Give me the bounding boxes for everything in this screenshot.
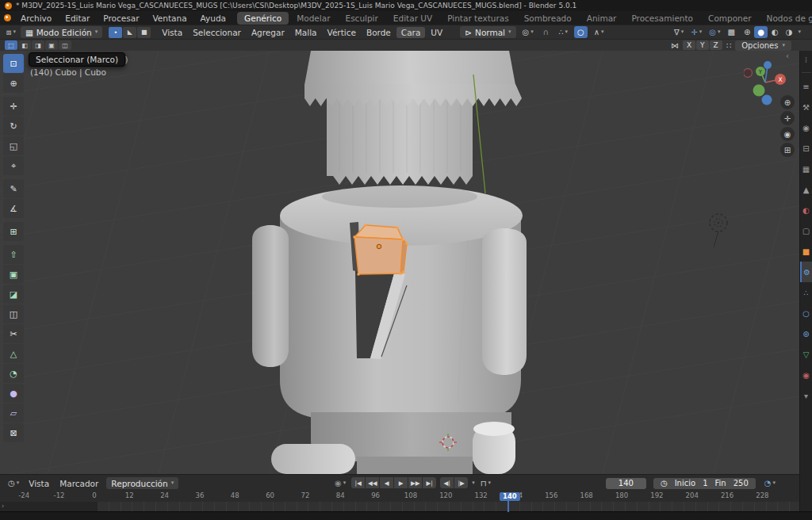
- toggle-xray-button[interactable]: ▩: [724, 26, 737, 38]
- face-select-button[interactable]: ■: [137, 27, 151, 38]
- tool-knife[interactable]: ✂: [3, 324, 24, 343]
- tool-annotate[interactable]: ✎: [3, 179, 24, 198]
- workspace-tab-modelar[interactable]: Modelar: [289, 12, 337, 25]
- falloff-dropdown[interactable]: ∧ ▾: [591, 26, 607, 38]
- zoom-button[interactable]: ⊕: [780, 95, 795, 109]
- play-button[interactable]: ▶: [394, 477, 408, 488]
- workspace-tab-nodos-geometria[interactable]: Nodos de geometría: [760, 12, 812, 25]
- pan-button[interactable]: ✛: [780, 111, 795, 125]
- tool-extrude-region[interactable]: ⇧: [3, 245, 24, 264]
- playhead-line[interactable]: [508, 501, 509, 512]
- frame-back-button[interactable]: ◀|: [440, 477, 454, 488]
- tool-move[interactable]: ✛: [3, 97, 24, 116]
- shading-wireframe-button[interactable]: ⊕: [741, 26, 753, 38]
- menu-ventana[interactable]: Ventana: [146, 13, 193, 24]
- tool-inset-faces[interactable]: ▣: [3, 265, 24, 284]
- workspace-tab-animar[interactable]: Animar: [580, 12, 624, 25]
- view-object-types-button[interactable]: ∇▾: [671, 26, 687, 38]
- region-drag-dots-icon[interactable]: ⁞: [805, 55, 808, 64]
- edge-select-button[interactable]: ◣: [123, 27, 136, 38]
- auto-keying-button[interactable]: ◉ ▾: [333, 479, 347, 488]
- menu-agregar[interactable]: Agregar: [247, 27, 289, 38]
- select-mode-intersect-button[interactable]: ◫: [59, 40, 71, 50]
- select-mode-new-button[interactable]: ⬚: [5, 40, 17, 50]
- editor-type-button[interactable]: ⧈ ▾: [5, 28, 17, 37]
- frame-forward-button[interactable]: |▶: [454, 477, 468, 488]
- jump-to-start-button[interactable]: |◀: [351, 477, 365, 488]
- mirror-x-button[interactable]: X: [683, 40, 695, 50]
- tool-scale[interactable]: ◱: [3, 136, 24, 155]
- select-mode-extend-button[interactable]: ◧: [18, 40, 31, 50]
- prev-keyframe-button[interactable]: ◀◀: [366, 477, 379, 488]
- tool-loop-cut[interactable]: ◫: [3, 304, 24, 323]
- menu-cara[interactable]: Cara: [396, 27, 426, 38]
- timeline-sync-dropdown[interactable]: ◔ ▾: [763, 479, 777, 488]
- toggle-projection-button[interactable]: ⊞: [780, 143, 795, 157]
- shading-solid-button[interactable]: ●: [754, 26, 768, 38]
- workspace-tab-componer[interactable]: Componer: [701, 12, 759, 25]
- options-dropdown[interactable]: Opciones ▾: [735, 40, 791, 51]
- properties-tab-render[interactable]: ◉: [800, 117, 812, 138]
- preview-range-button[interactable]: ⊓ ▾: [479, 479, 492, 488]
- properties-tab-particles[interactable]: ∴: [800, 282, 812, 303]
- tool-transform[interactable]: ⌖: [3, 156, 24, 175]
- tool-select-box[interactable]: ⊡: [3, 54, 24, 73]
- next-keyframe-button[interactable]: ▶▶: [408, 477, 422, 488]
- menu-procesar[interactable]: Procesar: [97, 13, 145, 24]
- end-frame-field[interactable]: 250: [733, 479, 749, 488]
- viewport-3d[interactable]: ⊡⊕✛↻◱⌖✎∡⊞⇧▣◪◫✂△◔●▱⊠ Usuario (Perspectiva…: [0, 51, 799, 474]
- properties-tab-view-layer[interactable]: ▦: [800, 159, 812, 179]
- frame-step-caret-icon[interactable]: ▾: [472, 480, 475, 486]
- snap-toggle-button[interactable]: ∩: [540, 26, 552, 38]
- timeline-menu-vista[interactable]: Vista: [24, 478, 54, 489]
- workspace-tab-esculpir[interactable]: Esculpir: [339, 12, 385, 25]
- timeline-menu-marcador[interactable]: Marcador: [55, 478, 103, 489]
- timeline-expand-icon[interactable]: ›: [2, 503, 4, 510]
- timeline-editor-type-button[interactable]: ◷ ▾: [6, 479, 21, 488]
- show-gizmo-button[interactable]: ✛▾: [688, 26, 705, 38]
- menu-malla[interactable]: Malla: [290, 27, 322, 38]
- menu-vertice[interactable]: Vértice: [323, 27, 361, 38]
- mode-dropdown[interactable]: ▦ Modo Edición ▾: [21, 26, 102, 38]
- snap-target-dropdown[interactable]: ∴ ▾: [555, 26, 571, 38]
- snap-base-icon[interactable]: ∷: [725, 41, 733, 50]
- playback-dropdown[interactable]: Reproducción ▾: [106, 477, 178, 489]
- menu-archivo[interactable]: Archivo: [14, 13, 58, 24]
- tool-spin[interactable]: ◔: [3, 364, 24, 383]
- pivot-point-dropdown[interactable]: ◎ ▾: [519, 26, 537, 38]
- mirror-y-button[interactable]: Y: [696, 40, 709, 50]
- shading-material-button[interactable]: ◐: [768, 26, 782, 38]
- tool-cursor[interactable]: ⊕: [3, 74, 24, 93]
- properties-tab-editor-type[interactable]: ≡: [800, 76, 812, 97]
- tool-measure[interactable]: ∡: [3, 199, 24, 218]
- orientation-dropdown[interactable]: ⊳ Normal ▾: [460, 26, 515, 38]
- tool-bevel[interactable]: ◪: [3, 285, 24, 304]
- properties-tab-object[interactable]: ■: [800, 241, 812, 262]
- proportional-editing-button[interactable]: ○: [574, 26, 588, 38]
- menu-seleccionar[interactable]: Seleccionar: [188, 27, 246, 38]
- blender-menu-icon[interactable]: [4, 14, 11, 21]
- menu-uv[interactable]: UV: [426, 27, 447, 38]
- tool-rotate[interactable]: ↻: [3, 117, 24, 136]
- workspace-tab-sombreado[interactable]: Sombreado: [517, 12, 579, 25]
- select-mode-invert-button[interactable]: ▣: [45, 40, 58, 50]
- workspace-tab-procesamiento[interactable]: Procesamiento: [624, 12, 700, 25]
- camera-view-button[interactable]: ◉: [780, 127, 795, 141]
- properties-tab-data[interactable]: ▽: [800, 344, 812, 365]
- workspace-tab-editar-uv[interactable]: Editar UV: [386, 12, 439, 25]
- select-mode-subtract-button[interactable]: ◨: [32, 40, 44, 50]
- playhead[interactable]: 140: [500, 492, 520, 501]
- properties-tab-scene[interactable]: ▲: [800, 179, 812, 200]
- menu-ayuda[interactable]: Ayuda: [194, 13, 232, 24]
- menu-borde[interactable]: Borde: [362, 27, 396, 38]
- tool-poly-build[interactable]: △: [3, 344, 24, 363]
- start-frame-field[interactable]: 1: [703, 479, 707, 488]
- properties-tab-more[interactable]: ▾: [800, 385, 812, 406]
- tool-add-cube[interactable]: ⊞: [3, 222, 24, 241]
- vertex-select-button[interactable]: ∙: [109, 27, 122, 38]
- shading-rendered-button[interactable]: ◑: [783, 26, 796, 38]
- tool-shear[interactable]: ▱: [3, 403, 24, 422]
- play-reverse-button[interactable]: ◀: [380, 477, 393, 488]
- workspace-tab-pintar-texturas[interactable]: Pintar texturas: [440, 12, 515, 25]
- properties-tab-output[interactable]: ⊟: [800, 138, 812, 159]
